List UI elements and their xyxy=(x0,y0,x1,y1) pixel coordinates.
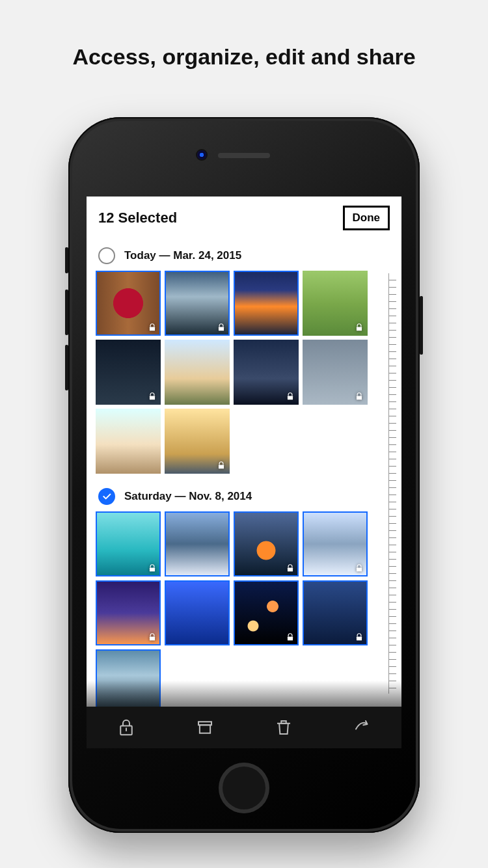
photo-thumbnail[interactable] xyxy=(303,271,368,336)
lock-badge-icon xyxy=(217,461,226,470)
share-icon[interactable] xyxy=(353,718,372,737)
phone-volume-down xyxy=(65,345,68,390)
photo-thumbnail[interactable] xyxy=(96,580,161,645)
svg-rect-4 xyxy=(288,396,293,400)
photo-thumbnail[interactable] xyxy=(303,340,368,405)
photo-thumbnail[interactable] xyxy=(165,511,230,576)
photo-thumbnail[interactable] xyxy=(303,511,368,576)
svg-rect-3 xyxy=(150,396,155,400)
lock-badge-icon xyxy=(355,632,364,642)
photo-grid xyxy=(96,271,401,483)
lock-badge-icon xyxy=(286,632,295,642)
header-bar: 12 Selected Done xyxy=(87,197,401,239)
photo-thumbnail[interactable] xyxy=(234,511,299,576)
svg-rect-6 xyxy=(219,465,224,468)
photo-thumbnail[interactable] xyxy=(234,340,299,405)
svg-rect-2 xyxy=(357,327,362,331)
photo-grid xyxy=(96,511,401,707)
photo-thumbnail[interactable] xyxy=(165,271,230,336)
section-header: Saturday — Nov. 8, 2014 xyxy=(96,483,401,511)
phone-volume-up xyxy=(65,290,68,335)
svg-rect-9 xyxy=(357,567,362,571)
app-screen: 12 Selected Done Today — Mar. 24, 2015Sa… xyxy=(87,197,401,748)
photo-thumbnail[interactable] xyxy=(234,580,299,645)
lock-badge-icon xyxy=(148,323,157,332)
photo-thumbnail[interactable] xyxy=(165,409,230,474)
archive-icon[interactable] xyxy=(195,718,215,737)
lock-badge-icon xyxy=(286,563,295,573)
promo-headline: Access, organize, edit and share xyxy=(0,44,488,70)
photo-thumbnail[interactable] xyxy=(165,580,230,645)
photo-thumbnail[interactable] xyxy=(303,580,368,645)
svg-rect-10 xyxy=(150,636,155,640)
svg-rect-5 xyxy=(357,396,362,400)
phone-mute-switch xyxy=(65,247,68,273)
trash-icon[interactable] xyxy=(274,718,293,737)
select-all-toggle[interactable] xyxy=(98,488,115,505)
photo-thumbnail[interactable] xyxy=(234,271,299,336)
lock-badge-icon xyxy=(355,323,364,332)
selection-count: 12 Selected xyxy=(98,210,177,226)
section-header: Today — Mar. 24, 2015 xyxy=(96,242,401,271)
svg-rect-7 xyxy=(150,567,155,571)
phone-home-button xyxy=(219,763,269,813)
svg-rect-1 xyxy=(219,327,224,331)
photo-thumbnail[interactable] xyxy=(96,340,161,405)
done-button[interactable]: Done xyxy=(343,206,390,230)
photo-thumbnail[interactable] xyxy=(96,649,161,707)
lock-badge-icon xyxy=(148,392,157,401)
lock-badge-icon xyxy=(355,563,364,573)
svg-rect-12 xyxy=(357,636,362,640)
phone-mockup: 12 Selected Done Today — Mar. 24, 2015Sa… xyxy=(68,117,420,833)
photo-thumbnail[interactable] xyxy=(96,409,161,474)
svg-rect-11 xyxy=(288,636,293,640)
phone-earpiece xyxy=(218,153,270,158)
lock-badge-icon xyxy=(148,632,157,642)
photo-scroll-area[interactable]: Today — Mar. 24, 2015Saturday — Nov. 8, … xyxy=(87,239,401,707)
section-date-label: Today — Mar. 24, 2015 xyxy=(124,249,241,262)
photo-thumbnail[interactable] xyxy=(96,511,161,576)
action-toolbar xyxy=(87,707,401,748)
svg-rect-8 xyxy=(288,567,293,571)
svg-rect-0 xyxy=(150,327,155,331)
svg-rect-15 xyxy=(199,725,210,733)
section-date-label: Saturday — Nov. 8, 2014 xyxy=(124,490,252,503)
select-all-toggle[interactable] xyxy=(98,247,115,264)
phone-power-button xyxy=(420,296,423,355)
photo-thumbnail[interactable] xyxy=(96,271,161,336)
photo-thumbnail[interactable] xyxy=(165,340,230,405)
lock-badge-icon xyxy=(355,392,364,401)
phone-front-camera xyxy=(197,150,206,159)
lock-badge-icon xyxy=(217,323,226,332)
lock-badge-icon xyxy=(286,392,295,401)
lock-badge-icon xyxy=(148,563,157,573)
lock-icon[interactable] xyxy=(116,718,136,737)
